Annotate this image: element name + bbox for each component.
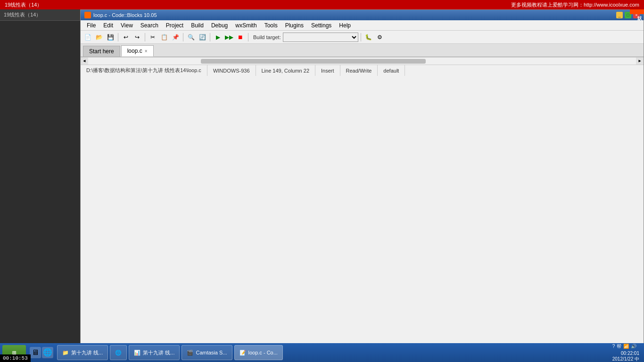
presentation-icon: 📊: [134, 350, 140, 356]
status-theme: default: [378, 65, 405, 76]
redo-button[interactable]: ↪: [132, 32, 142, 42]
banner-right-text: 更多视频教程请上爱酷学习网：http://www.icoolxue.com: [511, 1, 639, 8]
menu-project[interactable]: Project: [162, 21, 187, 30]
build-target-box: Build target:: [253, 33, 358, 42]
statusbar: D:\播客\数据结构和算法\第十九讲 线性表14\loop.c WINDOWS-…: [81, 65, 644, 76]
browser-icon[interactable]: 🌐: [42, 347, 53, 358]
taskbar-item-browser[interactable]: 🌐: [110, 345, 127, 360]
menu-plugins[interactable]: Plugins: [281, 21, 307, 30]
taskbar-item-folder[interactable]: 📁 第十九讲 线...: [57, 345, 108, 360]
status-encoding: WINDOWS-936: [207, 65, 256, 76]
toolbar-sep-5: [248, 33, 248, 41]
menu-settings[interactable]: Settings: [307, 21, 335, 30]
run-button[interactable]: ▶▶: [224, 32, 234, 42]
tabbar: Start here loop.c ×: [81, 44, 644, 57]
open-button[interactable]: 📂: [94, 32, 104, 42]
menu-wxsmith[interactable]: wxSmith: [231, 21, 260, 30]
copy-button[interactable]: 📋: [159, 32, 169, 42]
paste-button[interactable]: 📌: [170, 32, 181, 42]
camtasia-icon: 🎬: [187, 350, 193, 356]
menu-search[interactable]: Search: [137, 21, 162, 30]
show-desktop-icon[interactable]: 🖥: [30, 347, 41, 358]
save-button[interactable]: 💾: [105, 32, 116, 42]
codeblocks-icon: 📝: [239, 350, 246, 356]
taskbar-item-camtasia-label: Camtasia S...: [196, 350, 227, 355]
taskbar-item-codeblocks-label: loop.c - Co...: [248, 350, 278, 355]
tray-icon-network: 📶: [623, 344, 629, 349]
menu-debug[interactable]: Debug: [207, 21, 231, 30]
build-target-label: Build target:: [253, 34, 281, 40]
taskbar-item-camtasia[interactable]: 🎬 Camtasia S...: [182, 345, 232, 360]
ide-title: loop.c - Code::Blocks 10.05: [93, 12, 157, 18]
ide-icon: [84, 12, 91, 18]
hscroll-right-button[interactable]: ►: [636, 58, 644, 65]
status-mode: Insert: [315, 65, 340, 76]
tray-icon-lang: 帮: [617, 343, 621, 350]
undo-button[interactable]: ↩: [121, 32, 131, 42]
menu-help[interactable]: Help: [335, 21, 355, 30]
menu-tools[interactable]: Tools: [261, 21, 281, 30]
tab-loop-c-label: loop.c: [127, 48, 142, 54]
settings-button[interactable]: ⚙: [375, 32, 385, 42]
status-access: Read/Write: [340, 65, 378, 76]
code-editor-wrapper: ▲ ▼ ◄ ►: [81, 57, 644, 65]
quick-launch: 🖥 🌐: [30, 347, 53, 358]
tab-start-here[interactable]: Start here: [83, 46, 120, 57]
replace-button[interactable]: 🔄: [197, 32, 207, 42]
status-line-col: Line 149, Column 22: [256, 65, 316, 76]
video-time: 00:10:53: [0, 354, 31, 362]
toolbar-sep-1: [118, 33, 118, 41]
menu-file[interactable]: File: [83, 21, 99, 30]
system-time: 00:22:01: [612, 351, 639, 356]
toolbar-sep-4: [210, 33, 210, 41]
build-target-select[interactable]: [283, 33, 358, 42]
taskbar-item-presentation[interactable]: 📊 第十九讲 线...: [129, 345, 180, 360]
left-panel-title: 19线性表（14）: [0, 9, 80, 21]
build-button[interactable]: ▶: [213, 32, 223, 42]
tab-loop-c[interactable]: loop.c ×: [121, 45, 154, 57]
taskbar: ⊞ 🖥 🌐 📁 第十九讲 线... 🌐 📊 第十九讲 线... 🎬 Camtas…: [0, 343, 644, 362]
tray-icon-help: ?: [612, 344, 615, 349]
system-date: 2012/1/22 中: [612, 356, 639, 362]
toolbar: 📄 📂 💾 ↩ ↪ ✂ 📋 📌 🔍 🔄 ▶ ▶▶ ⏹ Build target:…: [81, 31, 644, 44]
taskbar-item-folder-label: 第十九讲 线...: [71, 349, 103, 356]
tray-icon-volume: 🔊: [631, 344, 636, 349]
ide-titlebar: loop.c - Code::Blocks 10.05 _ □ ×: [81, 10, 644, 20]
stop-button[interactable]: ⏹: [235, 32, 246, 42]
menu-view[interactable]: View: [117, 21, 137, 30]
toolbar-sep-2: [145, 33, 145, 41]
menu-build[interactable]: Build: [187, 21, 207, 30]
right-corner[interactable]: 默认: [630, 9, 644, 14]
toolbar-sep-6: [361, 33, 361, 41]
taskbar-item-codeblocks[interactable]: 📝 loop.c - Co...: [234, 345, 283, 360]
folder-icon: 📁: [62, 350, 69, 356]
ie-icon: 🌐: [115, 350, 122, 356]
hscroll-left-button[interactable]: ◄: [81, 58, 88, 65]
debug-button[interactable]: 🐛: [363, 32, 374, 42]
taskbar-item-presentation-label: 第十九讲 线...: [143, 349, 174, 356]
toolbar-sep-3: [183, 33, 183, 41]
minimize-button[interactable]: _: [616, 12, 623, 18]
horizontal-scrollbar[interactable]: ◄ ►: [81, 57, 644, 65]
status-path: D:\播客\数据结构和算法\第十九讲 线性表14\loop.c: [84, 65, 207, 76]
search-button[interactable]: 🔍: [186, 32, 196, 42]
ide-window: loop.c - Code::Blocks 10.05 _ □ × File E…: [80, 9, 644, 362]
banner-left-text: 19线性表（14）: [5, 1, 42, 8]
menubar: File Edit View Search Project Build Debu…: [81, 20, 644, 31]
tab-close-icon[interactable]: ×: [145, 49, 148, 54]
system-tray: ? 帮 📶 🔊 00:22:01 2012/1/22 中: [612, 343, 642, 362]
menu-edit[interactable]: Edit: [99, 21, 117, 30]
top-banner: 19线性表（14） 更多视频教程请上爱酷学习网：http://www.icool…: [0, 0, 644, 9]
cut-button[interactable]: ✂: [148, 32, 158, 42]
new-button[interactable]: 📄: [83, 32, 93, 42]
hscroll-thumb[interactable]: [201, 59, 426, 64]
left-panel: 19线性表（14）: [0, 9, 80, 362]
